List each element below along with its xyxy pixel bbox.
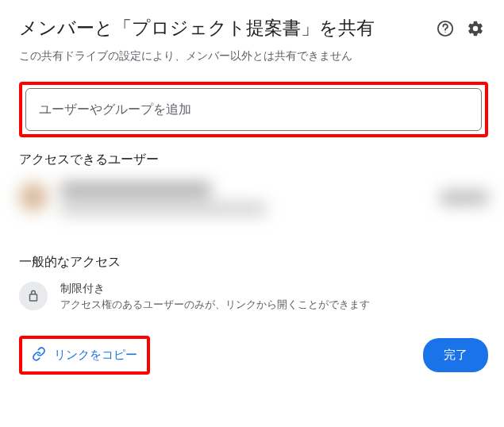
highlight-copy-link: リンクをコピー — [19, 336, 150, 375]
highlight-add-users — [19, 82, 488, 137]
copy-link-button[interactable]: リンクをコピー — [22, 339, 147, 371]
svg-point-1 — [444, 32, 445, 33]
general-access-title[interactable]: 制限付き — [60, 282, 370, 296]
lock-icon — [19, 282, 48, 310]
avatar — [19, 183, 48, 211]
access-users-heading: アクセスできるユーザー — [19, 152, 488, 168]
copy-link-label: リンクをコピー — [54, 348, 137, 363]
dialog-title: メンバーと「プロジェクト提案書」を共有 — [19, 16, 375, 40]
general-access-desc: アクセス権のあるユーザーのみが、リンクから開くことができます — [60, 298, 370, 312]
dialog-subtitle: この共有ドライブの設定により、メンバー以外とは共有できません — [19, 48, 488, 64]
add-users-input[interactable] — [25, 88, 482, 131]
help-icon[interactable] — [436, 19, 455, 38]
user-row-blurred — [19, 175, 488, 240]
gear-icon[interactable] — [466, 19, 485, 38]
done-button[interactable]: 完了 — [423, 338, 488, 372]
general-access-heading: 一般的なアクセス — [19, 254, 488, 271]
link-icon — [32, 347, 46, 364]
